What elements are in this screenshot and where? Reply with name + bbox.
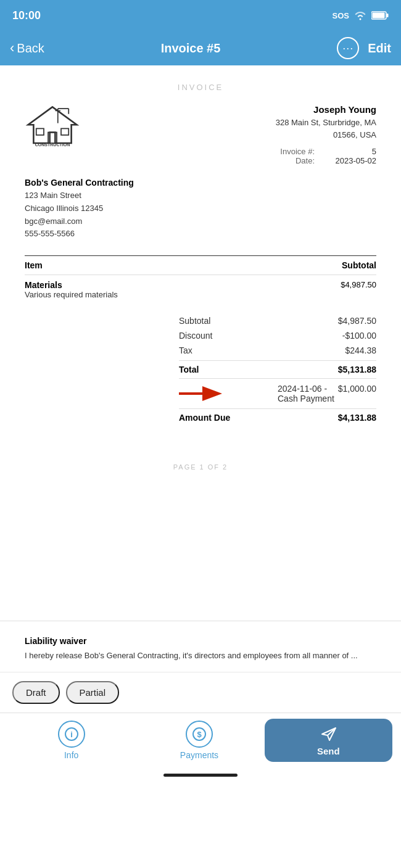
wifi-icon (354, 10, 366, 20)
tab-send[interactable]: Send (265, 719, 392, 762)
status-time: 10:00 (12, 9, 41, 22)
payments-icon-circle: $ (186, 721, 213, 748)
bill-to-phone: 555-555-5566 (25, 228, 376, 241)
payment-row: 2024-11-06 - Cash Payment $1,000.00 (278, 381, 376, 406)
subtotal-row: Subtotal $4,987.50 (179, 313, 376, 328)
vendor-address2: 01566, USA (276, 129, 376, 141)
construction-logo: CONSTRUCTION (25, 104, 80, 147)
amount-due-label: Amount Due (179, 413, 230, 423)
sos-label: SOS (333, 11, 349, 20)
discount-value: -$100.00 (342, 331, 376, 341)
invoice-meta-fields: Invoice #: 5 Date: 2023-05-02 (276, 147, 376, 165)
invoice-watermark: INVOICE (25, 83, 376, 92)
info-tab-label: Info (64, 750, 78, 760)
vendor-name: Joseph Young (276, 104, 376, 115)
svg-text:i: i (70, 730, 73, 739)
invoice-date-label: Date: (296, 156, 315, 165)
payment-label: 2024-11-06 - Cash Payment (278, 384, 338, 403)
info-icon: i (65, 727, 78, 741)
status-icons: SOS (333, 10, 389, 20)
payment-row-wrapper: 2024-11-06 - Cash Payment $1,000.00 (179, 381, 376, 406)
invoice-page-1: INVOICE (0, 65, 401, 621)
back-button[interactable]: ‹ Back (10, 41, 44, 56)
partial-badge[interactable]: Partial (66, 681, 120, 704)
status-bar: 10:00 SOS (0, 0, 401, 31)
svg-text:CONSTRUCTION: CONSTRUCTION (35, 143, 70, 147)
back-chevron-icon: ‹ (10, 41, 14, 55)
edit-button[interactable]: Edit (368, 41, 391, 56)
svg-marker-3 (28, 107, 77, 143)
payment-value: $1,000.00 (338, 384, 376, 403)
table-row: Materials Various required materials $4,… (25, 275, 376, 302)
svg-rect-5 (36, 128, 44, 135)
totals-section: Subtotal $4,987.50 Discount -$100.00 Tax… (179, 313, 376, 426)
svg-rect-2 (373, 13, 385, 19)
amount-due-row: Amount Due $4,131.88 (179, 408, 376, 426)
page-indicator: PAGE 1 OF 2 (25, 463, 376, 471)
red-arrow-icon (179, 386, 222, 401)
invoice-meta-right: Joseph Young 328 Main St, Sturbridge, MA… (276, 104, 376, 165)
total-label: Total (179, 365, 199, 374)
item-description: Various required materials (25, 290, 279, 299)
tab-info[interactable]: i Info (7, 721, 135, 760)
svg-rect-1 (387, 14, 389, 17)
svg-rect-6 (61, 128, 68, 135)
bill-to-section: Bob's General Contracting 123 Main Stree… (25, 178, 376, 241)
back-label: Back (17, 41, 44, 56)
bottom-tab-bar: i Info $ Payments Send (0, 713, 401, 768)
info-icon-circle: i (58, 721, 85, 748)
liability-text: I hereby release Bob's General Contracti… (25, 650, 376, 662)
status-badges: Draft Partial (0, 672, 401, 713)
item-subtotal: $4,987.50 (279, 275, 376, 302)
home-indicator (0, 768, 401, 783)
total-value: $5,131.88 (338, 365, 376, 374)
bill-to-address1: 123 Main Street (25, 189, 376, 202)
tax-value: $244.38 (345, 345, 376, 355)
discount-row: Discount -$100.00 (179, 328, 376, 343)
more-button[interactable]: ··· (337, 37, 359, 59)
send-tab-label: Send (317, 746, 340, 756)
nav-title: Invoice #5 (161, 41, 221, 56)
nav-bar: ‹ Back Invoice #5 ··· Edit (0, 31, 401, 65)
item-name: Materials (25, 280, 279, 290)
invoice-number-value: 5 (327, 147, 376, 156)
subtotal-label: Subtotal (179, 316, 210, 326)
bill-to-name: Bob's General Contracting (25, 178, 376, 188)
tax-label: Tax (179, 345, 192, 355)
amount-due-value: $4,131.88 (338, 413, 376, 423)
invoice-header: CONSTRUCTION Joseph Young 328 Main St, S… (25, 104, 376, 165)
company-logo-area: CONSTRUCTION (25, 104, 80, 147)
subtotal-value: $4,987.50 (338, 316, 376, 326)
tab-payments[interactable]: $ Payments (135, 721, 263, 760)
home-bar (163, 774, 238, 777)
ellipsis-icon: ··· (342, 43, 353, 54)
invoice-number-row: Invoice #: 5 (276, 147, 376, 156)
col-subtotal: Subtotal (279, 256, 376, 275)
invoice-number-label: Invoice #: (280, 147, 315, 156)
total-row: Total $5,131.88 (179, 360, 376, 379)
invoice-wrapper: INVOICE (0, 65, 401, 713)
vendor-address1: 328 Main St, Sturbridge, MA (276, 117, 376, 129)
send-icon (319, 725, 337, 743)
nav-right-actions: ··· Edit (337, 37, 391, 59)
payments-icon: $ (192, 727, 206, 741)
svg-text:$: $ (197, 730, 202, 739)
items-table: Item Subtotal Materials Various required… (25, 255, 376, 301)
discount-label: Discount (179, 331, 212, 341)
invoice-date-row: Date: 2023-05-02 (276, 156, 376, 165)
bill-to-email: bgc@email.com (25, 215, 376, 228)
payments-tab-label: Payments (180, 750, 218, 760)
invoice-date-value: 2023-05-02 (327, 156, 376, 165)
draft-badge[interactable]: Draft (12, 681, 60, 704)
bill-to-address2: Chicago Illinois 12345 (25, 202, 376, 215)
battery-icon (371, 11, 389, 20)
col-item: Item (25, 256, 279, 275)
tax-row: Tax $244.38 (179, 343, 376, 358)
liability-title: Liability waiver (25, 636, 376, 646)
invoice-page-2: Liability waiver I hereby release Bob's … (0, 621, 401, 672)
